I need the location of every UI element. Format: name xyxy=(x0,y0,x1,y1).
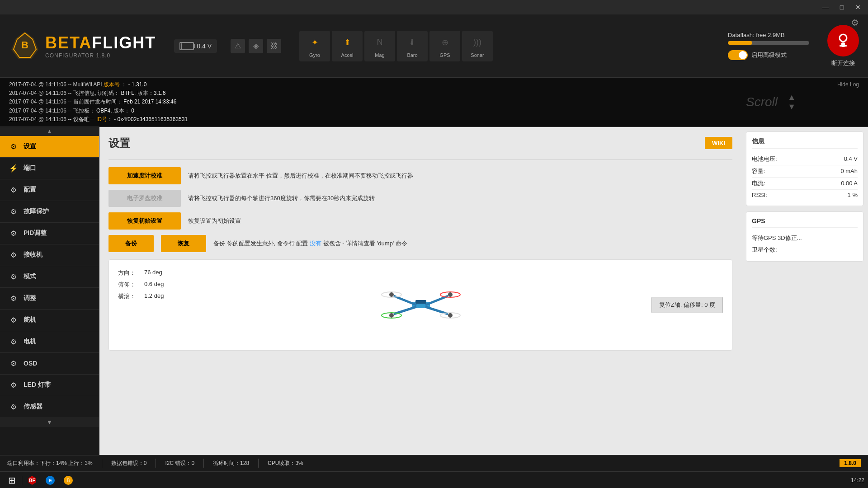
sensor-mag[interactable]: N Mag xyxy=(364,31,395,61)
rssi-row: RSSI: 1 % xyxy=(752,190,858,200)
taskbar-time: 14:22 xyxy=(851,477,864,483)
sidebar-scroll-up[interactable]: ▲ xyxy=(0,127,99,136)
info-title: 信息 xyxy=(752,137,858,149)
connect-btn-area: 断开连接 xyxy=(827,25,859,67)
modes-icon: ⚙ xyxy=(9,272,18,281)
sidebar-item-led[interactable]: ⚙ LED 灯带 xyxy=(0,375,99,396)
sidebar-item-sensors[interactable]: ⚙ 传感器 xyxy=(0,396,99,418)
direction-value: 76 deg xyxy=(144,269,162,277)
dataflash-fill xyxy=(728,41,752,45)
taskbar-app-bf[interactable]: BF xyxy=(24,472,40,488)
close-button[interactable]: ✕ xyxy=(852,1,864,14)
direction-label: 方向： xyxy=(118,269,141,277)
sensor-accel[interactable]: ⬆ Accel xyxy=(332,31,363,61)
gps-box: GPS 等待GPS 3D修正... 卫星个数: xyxy=(746,211,863,262)
sidebar-item-config[interactable]: ⚙ 配置 xyxy=(0,179,99,201)
settings-gear-icon[interactable]: ⚙ xyxy=(851,17,859,28)
disconnect-button[interactable] xyxy=(827,25,859,56)
taskbar-app-misc[interactable]: B xyxy=(60,472,76,488)
satellites-row: 卫星个数: xyxy=(752,244,858,256)
battery-voltage-label: 电池电压: xyxy=(752,155,777,163)
sidebar-item-adjust[interactable]: ⚙ 调整 xyxy=(0,288,99,310)
log-area: 2017-07-04 @ 14:11:06 -- MultiWii API 版本… xyxy=(0,78,868,127)
capacity-row: 容量: 0 mAh xyxy=(752,165,858,178)
scroll-up-icon[interactable]: ▲ xyxy=(788,93,796,102)
dataflash-area: Dataflash: free 2.9MB 启用高级模式 xyxy=(728,32,809,60)
calibrate-accel-desc: 请将飞控或飞行器放置在水平 位置，然后进行校准，在校准期间不要移动飞控或飞行器 xyxy=(188,172,413,180)
scroll-down-icon[interactable]: ▼ xyxy=(788,102,796,112)
warning-icon[interactable]: ⚠ xyxy=(231,39,245,53)
motors-icon: ⚙ xyxy=(9,338,18,346)
battery-area: 0.4 V xyxy=(174,39,217,53)
rssi-label: RSSI: xyxy=(752,192,767,198)
roll-value: 1.2 deg xyxy=(144,292,164,300)
osd-icon: ⚙ xyxy=(9,359,18,368)
calibrate-compass-button[interactable]: 电子罗盘校准 xyxy=(108,190,181,207)
sidebar-scroll-down[interactable]: ▼ xyxy=(0,418,99,427)
svg-point-3 xyxy=(840,34,847,42)
sidebar-failsafe-label: 故障保护 xyxy=(24,207,49,216)
maximize-button[interactable]: □ xyxy=(835,1,848,14)
reset-settings-button[interactable]: 恢复初始设置 xyxy=(108,212,181,230)
svg-point-16 xyxy=(448,292,453,297)
sidebar-item-receiver[interactable]: ⚙ 接收机 xyxy=(0,244,99,266)
sidebar-item-motors[interactable]: ⚙ 电机 xyxy=(0,331,99,353)
drone-svg xyxy=(371,285,471,325)
sidebar-item-osd[interactable]: ⚙ OSD xyxy=(0,353,99,375)
sidebar-item-ports[interactable]: ⚡ 端口 xyxy=(0,158,99,179)
advanced-mode-toggle[interactable] xyxy=(728,50,748,60)
taskbar-app-ie[interactable]: e xyxy=(42,472,58,488)
logo-icon: B xyxy=(9,29,41,62)
data-errors: 数据包错误：0 xyxy=(111,460,147,467)
sidebar-item-settings[interactable]: ⚙ 设置 xyxy=(0,136,99,158)
sidebar-servos-label: 舵机 xyxy=(24,316,36,324)
svg-text:e: e xyxy=(49,477,52,483)
calibrate-accel-button[interactable]: 加速度计校准 xyxy=(108,167,181,184)
capacity-label: 容量: xyxy=(752,167,765,175)
sensor-gyro[interactable]: ✦ Gyro xyxy=(299,31,330,61)
battery-voltage-val: 0.4 V xyxy=(844,155,858,162)
mag-label: Mag xyxy=(375,52,384,58)
restore-button[interactable]: 恢复 xyxy=(161,235,206,252)
current-label: 电流: xyxy=(752,179,765,188)
advanced-mode-label: 启用高级模式 xyxy=(751,51,787,59)
hide-log-button[interactable]: Hide Log xyxy=(837,81,859,88)
roll-row: 横滚： 1.2 deg xyxy=(118,292,190,300)
pitch-row: 俯仰： 0.6 deg xyxy=(118,281,190,289)
link-icon[interactable]: ⛓ xyxy=(267,39,281,53)
sensor-gps[interactable]: ⊕ GPS xyxy=(429,31,460,61)
sidebar-adjust-label: 调整 xyxy=(24,294,36,302)
log-line-4: 2017-07-04 @ 14:11:06 -- 飞控板： OBF4, 版本： … xyxy=(9,107,859,115)
gps-label: GPS xyxy=(439,52,450,58)
reset-z-axis-button[interactable]: 复位Z轴, 偏移量: 0 度 xyxy=(651,297,723,313)
reset-settings-desc: 恢复设置为初始设置 xyxy=(188,217,241,225)
page-title: 设置 xyxy=(108,136,130,150)
parachute-icon[interactable]: ◈ xyxy=(249,39,263,53)
port-utilization: 端口利用率：下行：14% 上行：3% xyxy=(7,460,93,467)
sensor-sonar[interactable]: ))) Sonar xyxy=(462,31,493,61)
wiki-button[interactable]: WIKI xyxy=(705,137,732,149)
info-panel: 信息 电池电压: 0.4 V 容量: 0 mAh 电流: 0.00 A RSSI… xyxy=(741,127,868,455)
sidebar-item-servos[interactable]: ⚙ 舵机 xyxy=(0,310,99,331)
sidebar-item-pid[interactable]: ⚙ PID调整 xyxy=(0,223,99,244)
logo-beta: BETA xyxy=(45,33,92,52)
svg-line-8 xyxy=(425,296,448,305)
gyro-icon: ✦ xyxy=(307,34,323,51)
sep1 xyxy=(102,459,102,468)
adjust-icon: ⚙ xyxy=(9,294,18,303)
baro-label: Baro xyxy=(407,52,417,58)
titlebar: — □ ✕ xyxy=(0,0,868,14)
sensor-baro[interactable]: 🌡 Baro xyxy=(397,31,428,61)
pid-icon: ⚙ xyxy=(9,229,18,238)
disconnect-label: 断开连接 xyxy=(831,59,855,67)
content-area: 设置 WIKI 加速度计校准 请将飞控或飞行器放置在水平 位置，然后进行校准，在… xyxy=(99,127,741,455)
direction-row: 方向： 76 deg xyxy=(118,269,190,277)
current-val: 0.00 A xyxy=(841,180,858,187)
sidebar-item-modes[interactable]: ⚙ 模式 xyxy=(0,266,99,288)
sidebar-item-failsafe[interactable]: ⚙ 故障保护 xyxy=(0,201,99,223)
backup-button[interactable]: 备份 xyxy=(108,235,154,252)
dataflash-bar xyxy=(728,41,809,45)
drone-view xyxy=(208,260,633,350)
start-button[interactable]: ⊞ xyxy=(4,472,20,488)
rssi-val: 1 % xyxy=(848,192,858,198)
